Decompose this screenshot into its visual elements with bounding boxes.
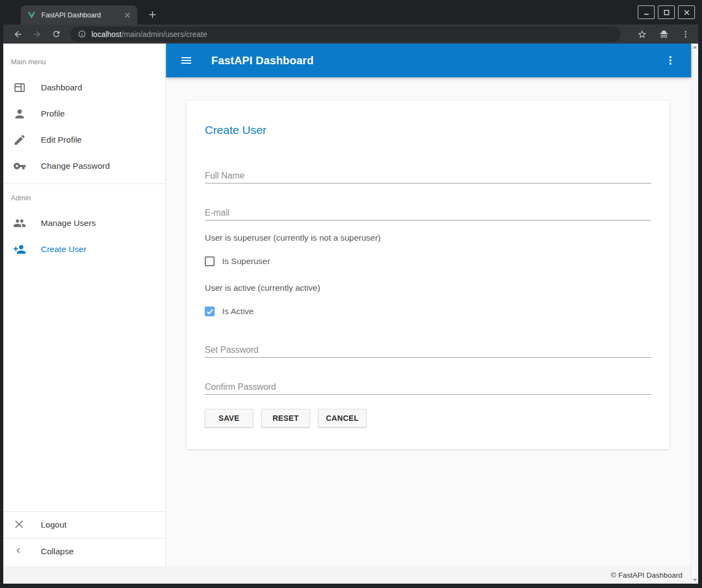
checkbox-label: Is Active [222, 307, 254, 316]
sidebar-item-profile[interactable]: Profile [3, 101, 166, 127]
site-info-icon[interactable] [78, 30, 86, 38]
page-title: Create User [205, 122, 651, 138]
chevron-left-icon [13, 545, 26, 558]
back-icon[interactable] [11, 27, 25, 41]
sidebar-item-label: Edit Profile [41, 135, 82, 145]
scroll-down-arrow-icon[interactable] [693, 579, 697, 581]
sidebar-item-label: Profile [41, 109, 65, 119]
close-x-icon [13, 518, 26, 531]
form-buttons: SAVE RESET CANCEL [205, 409, 651, 427]
sidebar-item-label: Create User [41, 244, 87, 254]
checkbox-unchecked-icon[interactable] [205, 256, 215, 266]
browser-toolbar: localhost/main/admin/users/create [3, 24, 698, 44]
content-area: Create User User is superuser (currently… [166, 77, 691, 566]
tab-strip: FastAPI Dashboard [3, 0, 698, 24]
window-controls [638, 5, 695, 19]
url-host: localhost [91, 30, 121, 39]
email-input[interactable] [205, 205, 651, 220]
url-text: localhost/main/admin/users/create [91, 30, 207, 39]
person-add-icon [13, 243, 26, 256]
sidebar-section-main-menu: Main menu [3, 58, 166, 66]
browser-menu-icon[interactable] [679, 27, 693, 41]
key-icon [13, 160, 26, 173]
set-password-field-wrap [205, 342, 651, 358]
sidebar-item-collapse[interactable]: Collapse [3, 538, 166, 565]
hamburger-menu-icon[interactable] [180, 54, 193, 67]
sidebar-item-label: Collapse [41, 547, 74, 556]
confirm-password-input[interactable] [205, 379, 651, 395]
person-icon [13, 107, 26, 120]
scroll-up-arrow-icon[interactable] [693, 46, 697, 48]
people-icon [13, 217, 26, 230]
sidebar-item-manage-users[interactable]: Manage Users [3, 210, 166, 236]
cancel-button[interactable]: CANCEL [318, 409, 367, 427]
save-button[interactable]: SAVE [205, 409, 253, 427]
tab-title: FastAPI Dashboard [41, 11, 123, 19]
sidebar-item-label: Manage Users [41, 218, 96, 228]
sidebar-section-admin: Admin [3, 194, 166, 203]
reset-button[interactable]: RESET [261, 409, 310, 427]
set-password-input[interactable] [205, 342, 651, 358]
checkbox-label: Is Superuser [222, 256, 270, 266]
checkbox-checked-icon[interactable] [205, 307, 215, 316]
minimize-button[interactable] [638, 5, 655, 19]
app-title: FastAPI Dashboard [211, 54, 314, 67]
vue-favicon-icon [27, 11, 36, 20]
full-name-input[interactable] [205, 168, 651, 183]
browser-window: FastAPI Dashboard [0, 0, 702, 588]
copyright-text: © FastAPI Dashboard [611, 571, 682, 579]
sidebar: Main menu Dashboard [3, 44, 166, 566]
page-footer: © FastAPI Dashboard [3, 566, 691, 584]
sidebar-item-label: Logout [41, 520, 66, 530]
page-viewport: Main menu Dashboard [3, 44, 698, 584]
incognito-icon [657, 27, 671, 41]
sidebar-item-change-password[interactable]: Change Password [3, 153, 166, 179]
tab-close-icon[interactable] [123, 11, 132, 20]
create-user-card: Create User User is superuser (currently… [187, 101, 669, 449]
url-path: /main/admin/users/create [121, 30, 207, 39]
browser-tab[interactable]: FastAPI Dashboard [21, 5, 137, 24]
sidebar-item-edit-profile[interactable]: Edit Profile [3, 127, 166, 153]
active-hint: User is active (currently active) [205, 283, 651, 293]
sidebar-item-label: Dashboard [41, 83, 82, 93]
reload-icon[interactable] [49, 27, 63, 41]
app-menu-dots-icon[interactable] [664, 54, 677, 67]
confirm-password-field-wrap [205, 379, 651, 395]
sidebar-item-label: Change Password [41, 161, 110, 171]
page-scrollbar[interactable] [691, 44, 698, 584]
is-superuser-checkbox[interactable]: Is Superuser [205, 256, 651, 266]
superuser-hint: User is superuser (currently is not a su… [205, 233, 651, 243]
bookmark-star-icon[interactable] [635, 27, 649, 41]
dashboard-icon [13, 81, 26, 94]
sidebar-item-create-user[interactable]: Create User [3, 236, 166, 262]
new-tab-button[interactable] [145, 7, 160, 22]
email-field-wrap [205, 205, 651, 220]
maximize-button[interactable] [658, 5, 675, 19]
address-bar[interactable]: localhost/main/admin/users/create [70, 27, 621, 42]
forward-icon[interactable] [30, 27, 44, 41]
sidebar-item-dashboard[interactable]: Dashboard [3, 75, 166, 101]
full-name-field-wrap [205, 168, 651, 183]
pencil-icon [13, 133, 26, 146]
close-window-button[interactable] [678, 5, 695, 19]
is-active-checkbox[interactable]: Is Active [205, 307, 651, 316]
app-bar: FastAPI Dashboard [166, 44, 691, 77]
sidebar-item-logout[interactable]: Logout [3, 512, 166, 538]
